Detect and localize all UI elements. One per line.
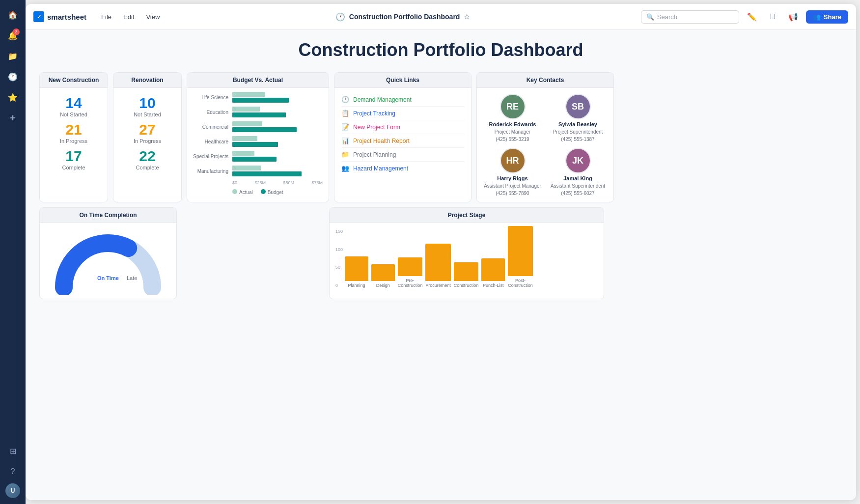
- key-contacts-card: Key Contacts RE Roderick Edwards Project…: [476, 72, 614, 202]
- stage-bar: [508, 226, 533, 276]
- quick-link-icon: 🕐: [341, 96, 349, 103]
- bar-row: Special Projects: [193, 151, 323, 162]
- bar-group: [232, 136, 323, 147]
- new-construction-in-progress-count: 21: [60, 122, 87, 137]
- bar-row: Education: [193, 107, 323, 117]
- donut-chart: On Time Late: [54, 231, 162, 295]
- share-button[interactable]: 👥 Share: [806, 10, 848, 24]
- menu-view[interactable]: View: [141, 11, 165, 23]
- quick-link-label: Project Health Report: [353, 138, 410, 144]
- dashboard-title: Construction Portfolio Dashboard: [349, 13, 460, 21]
- contact-avatar-img: JK: [566, 149, 590, 172]
- stage-bar: [398, 257, 423, 276]
- stage-bar-wrapper: Design: [371, 264, 395, 288]
- quick-link-item[interactable]: 🕐 Demand Management: [341, 93, 464, 107]
- favorite-star-icon[interactable]: ☆: [464, 13, 470, 21]
- stage-bar-label: Pre-Construction: [398, 278, 423, 288]
- sidebar-item-favorites[interactable]: ⭐: [4, 88, 22, 106]
- key-contacts-body: RE Roderick Edwards Project Manager (425…: [477, 88, 613, 202]
- contact-title: Project Superintendent: [553, 129, 603, 135]
- bar-label: Education: [193, 110, 232, 115]
- axis-label: $0: [232, 180, 237, 185]
- sidebar: 🏠 🔔 3 📁 🕐 ⭐ + ⊞ ? U: [0, 0, 26, 504]
- stage-y-axis: 150100500: [335, 229, 343, 288]
- quick-link-icon: 👥: [341, 165, 349, 172]
- svg-text:Late: Late: [127, 275, 137, 281]
- contact-title: Assistant Superintendent: [551, 183, 605, 189]
- chart-axis: $0$25M$50M$75M: [193, 180, 323, 185]
- bar-budget: [232, 157, 277, 162]
- menu-file[interactable]: File: [96, 11, 116, 23]
- sidebar-item-recent[interactable]: 🕐: [4, 68, 22, 85]
- menu-items: File Edit View: [96, 11, 165, 23]
- page-title: Construction Portfolio Dashboard: [39, 40, 842, 60]
- topbar-center: 🕐 Construction Portfolio Dashboard ☆: [170, 12, 635, 22]
- svg-text:On Time: On Time: [97, 275, 119, 281]
- renovation-not-started: 10 Not Started: [134, 96, 161, 117]
- bar-budget: [232, 112, 286, 117]
- stage-bar: [371, 264, 395, 281]
- user-avatar[interactable]: U: [5, 483, 20, 498]
- stage-bar: [345, 256, 368, 281]
- legend-budget: Budget: [261, 189, 283, 195]
- menu-edit[interactable]: Edit: [118, 11, 139, 23]
- stage-bar-label: Construction: [454, 283, 479, 288]
- quick-link-item[interactable]: 👥 Hazard Management: [341, 162, 464, 175]
- bar-row: Commercial: [193, 121, 323, 132]
- contact-item: HR Harry Riggs Assistant Project Manager…: [483, 148, 542, 196]
- bar-budget: [232, 127, 297, 132]
- axis-label: $25M: [254, 180, 266, 185]
- bar-label: Healthcare: [193, 139, 232, 144]
- new-construction-not-started: 14 Not Started: [60, 96, 87, 117]
- key-contacts-header: Key Contacts: [477, 73, 613, 88]
- quick-links-card: Quick Links 🕐 Demand Management 📋 Projec…: [334, 72, 472, 202]
- quick-link-icon: 📝: [341, 123, 349, 131]
- quick-link-label: New Project Form: [353, 124, 400, 131]
- present-icon-btn[interactable]: 🖥: [765, 9, 780, 25]
- sidebar-item-notifications[interactable]: 🔔 3: [4, 27, 22, 44]
- legend-actual: Actual: [232, 189, 253, 195]
- sidebar-item-folders[interactable]: 📁: [4, 47, 22, 65]
- bar-group: [232, 166, 323, 176]
- quick-link-item[interactable]: 📋 Project Tracking: [341, 107, 464, 120]
- search-box[interactable]: 🔍 Search: [641, 10, 739, 24]
- new-construction-card: New Construction 14 Not Started 21 In Pr…: [39, 72, 108, 202]
- quick-link-item[interactable]: 📁 Project Planning: [341, 148, 464, 162]
- sidebar-item-home[interactable]: 🏠: [4, 6, 22, 24]
- project-stage-header: Project Stage: [330, 208, 604, 223]
- new-construction-complete-count: 17: [62, 149, 85, 164]
- y-axis-label: 0: [335, 283, 343, 288]
- logo-icon: ✓: [33, 11, 44, 22]
- renovation-in-progress-count: 27: [134, 122, 161, 137]
- sidebar-item-add[interactable]: +: [4, 109, 22, 127]
- new-construction-in-progress: 21 In Progress: [60, 122, 87, 144]
- contact-avatar-img: SB: [566, 95, 590, 118]
- stage-bar-wrapper: Construction: [454, 262, 479, 288]
- announce-icon-btn[interactable]: 📢: [785, 9, 801, 25]
- stage-bar: [481, 258, 505, 281]
- contact-avatar: RE: [500, 94, 526, 119]
- bottom-section: On Time Completion On Time Late: [39, 207, 842, 299]
- sidebar-item-grid[interactable]: ⊞: [4, 442, 22, 460]
- stage-bar: [425, 244, 451, 281]
- project-stage-card: Project Stage 150100500 Planning Design …: [329, 207, 604, 299]
- bar-group: [232, 107, 323, 117]
- on-time-header: On Time Completion: [40, 208, 176, 223]
- contact-item: JK Jamal King Assistant Superintendent (…: [548, 148, 608, 196]
- renovation-header: Renovation: [113, 73, 181, 88]
- contact-title: Project Manager: [495, 129, 530, 135]
- quick-link-label: Project Planning: [353, 151, 396, 158]
- quick-link-item[interactable]: 📊 Project Health Report: [341, 134, 464, 148]
- bar-label: Life Science: [193, 95, 232, 100]
- search-icon: 🔍: [646, 13, 654, 21]
- top-section: New Construction 14 Not Started 21 In Pr…: [39, 72, 842, 202]
- contact-phone: (425) 555-7890: [496, 191, 529, 196]
- on-time-body: On Time Late: [40, 223, 176, 299]
- contact-name: Jamal King: [563, 175, 592, 181]
- y-axis-label: 150: [335, 229, 343, 234]
- sidebar-item-help[interactable]: ?: [4, 463, 22, 480]
- quick-link-item[interactable]: 📝 New Project Form: [341, 120, 464, 134]
- stage-bar-wrapper: Pre-Construction: [398, 257, 423, 288]
- renovation-complete-count: 22: [136, 149, 159, 164]
- edit-icon-btn[interactable]: ✏️: [744, 9, 760, 25]
